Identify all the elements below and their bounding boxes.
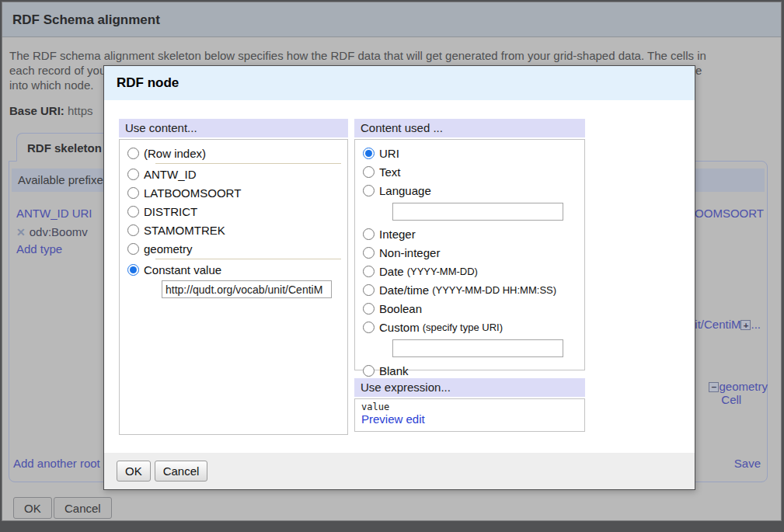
option-integer[interactable]: Integer <box>361 224 578 243</box>
boolean-radio[interactable] <box>363 303 375 315</box>
option-label: Date <box>379 265 404 278</box>
language-radio[interactable] <box>363 185 375 196</box>
option-label: Blank <box>379 364 409 377</box>
option-label: STAMOMTREK <box>144 224 225 237</box>
content-used-column: Content used ... URI Text Language In <box>354 119 585 453</box>
option-constant-value[interactable]: Constant value <box>126 260 341 279</box>
list-separator <box>155 259 341 259</box>
option-label: Date/time <box>379 283 429 297</box>
option-custom[interactable]: Custom (specify type URI) <box>361 318 578 336</box>
option-stamomtrek[interactable]: STAMOMTREK <box>126 221 341 239</box>
option-datetime[interactable]: Date/time (YYYY-MM-DD HH:MM:SS) <box>361 280 578 299</box>
modal-footer: OK Cancel <box>104 453 695 489</box>
constant-value-input[interactable] <box>162 280 332 298</box>
dialog-title: RDF Schema alignment <box>2 2 781 37</box>
root-node-link[interactable]: ANTW_ID URI <box>16 207 92 220</box>
expand-icon[interactable]: + <box>740 320 751 330</box>
option-row-index[interactable]: (Row index) <box>126 144 341 162</box>
delete-icon[interactable]: ✕ <box>16 226 26 238</box>
use-content-header: Use content... <box>119 119 348 137</box>
dialog-cancel-button[interactable]: Cancel <box>54 497 112 519</box>
option-latboomsoort[interactable]: LATBOOMSOORT <box>126 183 341 202</box>
option-hint: (YYYY-MM-DD HH:MM:SS) <box>432 284 556 296</box>
option-label: Language <box>379 184 431 197</box>
geometry-node-sublabel: Cell <box>709 393 754 406</box>
custom-type-uri-input[interactable] <box>392 339 563 357</box>
option-antw-id[interactable]: ANTW_ID <box>126 165 341 183</box>
language-input[interactable] <box>392 203 563 221</box>
option-date[interactable]: Date (YYYY-MM-DD) <box>361 262 578 280</box>
blank-radio[interactable] <box>363 365 375 377</box>
description-line: The RDF schema alignment skeleton below … <box>9 48 777 63</box>
custom-radio[interactable] <box>363 322 375 333</box>
option-label: Boolean <box>379 302 422 315</box>
use-content-column: Use content... (Row index) ANTW_ID LATBO… <box>119 119 348 453</box>
geometry-node-link[interactable]: −geometryCell <box>709 380 768 406</box>
non-integer-radio[interactable] <box>363 247 375 259</box>
modal-title: RDF node <box>104 66 695 100</box>
integer-radio[interactable] <box>363 228 375 240</box>
expression-box: value Preview edit <box>354 398 585 432</box>
geometry-node-label: geometry <box>719 380 768 393</box>
option-label: (Row index) <box>144 147 206 160</box>
content-used-list: URI Text Language Integer Non-integ <box>354 139 585 370</box>
constant-node-link[interactable]: it/CentiM+... <box>695 318 761 331</box>
constant-value-radio[interactable] <box>127 264 139 276</box>
type-entry-label: odv:Boomv <box>30 225 88 238</box>
base-uri-label: Base URI: <box>9 104 64 117</box>
option-label: LATBOOMSOORT <box>144 186 241 200</box>
expression-value: value <box>361 402 578 412</box>
option-label: ANTW_ID <box>144 168 197 181</box>
list-separator <box>155 163 341 164</box>
option-label: URI <box>379 147 399 160</box>
preview-edit-link[interactable]: Preview edit <box>361 412 425 426</box>
modal-body: Use content... (Row index) ANTW_ID LATBO… <box>104 100 695 453</box>
rdf-node-modal: RDF node Use content... (Row index) ANTW… <box>103 65 695 490</box>
row-index-radio[interactable] <box>127 148 139 159</box>
collapse-icon[interactable]: − <box>709 382 719 392</box>
uri-radio[interactable] <box>363 148 375 159</box>
constant-node-label: it/CentiM <box>695 318 740 331</box>
use-expression-header: Use expression... <box>354 378 585 397</box>
option-label: Custom <box>379 321 420 334</box>
option-geometry[interactable]: geometry <box>126 239 341 258</box>
option-boolean[interactable]: Boolean <box>361 299 578 318</box>
option-language[interactable]: Language <box>361 181 578 200</box>
antw-id-radio[interactable] <box>127 169 139 180</box>
date-radio[interactable] <box>363 266 375 277</box>
option-hint: (specify type URI) <box>423 322 503 333</box>
option-hint: (YYYY-MM-DD) <box>407 266 478 277</box>
base-uri-value: https <box>68 104 93 117</box>
option-district[interactable]: DISTRICT <box>126 202 341 221</box>
constant-node-ellipsis: ... <box>751 318 761 331</box>
target-cell-link[interactable]: OOMSOORT <box>695 207 764 220</box>
option-label: geometry <box>144 242 193 256</box>
option-label: Integer <box>379 228 416 241</box>
tab-rdf-skeleton[interactable]: RDF skeleton <box>16 133 110 162</box>
option-non-integer[interactable]: Non-integer <box>361 243 578 262</box>
modal-ok-button[interactable]: OK <box>117 461 151 482</box>
modal-cancel-button[interactable]: Cancel <box>155 461 208 482</box>
content-used-header: Content used ... <box>354 119 585 137</box>
add-type-link[interactable]: Add type <box>16 242 62 256</box>
use-content-list: (Row index) ANTW_ID LATBOOMSOORT DISTRIC… <box>119 139 348 435</box>
option-uri[interactable]: URI <box>361 144 578 162</box>
text-radio[interactable] <box>363 166 375 178</box>
option-text[interactable]: Text <box>361 162 578 181</box>
datetime-radio[interactable] <box>363 284 375 296</box>
base-uri: Base URI: https <box>9 104 93 117</box>
geometry-radio[interactable] <box>127 243 139 255</box>
option-label: Text <box>379 165 401 179</box>
type-entry-row: ✕odv:Boomv <box>16 225 88 238</box>
district-radio[interactable] <box>127 206 139 217</box>
dialog-ok-button[interactable]: OK <box>13 497 52 519</box>
option-blank[interactable]: Blank <box>361 361 578 380</box>
option-label: DISTRICT <box>144 205 197 218</box>
option-label: Non-integer <box>379 246 440 259</box>
save-link[interactable]: Save <box>734 457 761 470</box>
stamomtrek-radio[interactable] <box>127 224 139 236</box>
option-label: Constant value <box>144 263 221 276</box>
latboomsoort-radio[interactable] <box>127 187 139 199</box>
